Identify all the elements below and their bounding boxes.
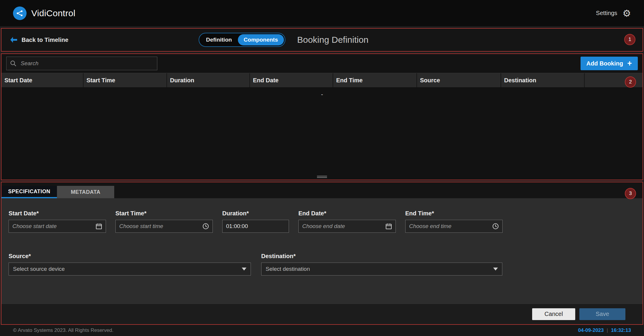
source-select[interactable]: Select source device: [9, 263, 251, 276]
specification-form: Start Date* Start Time*: [1, 198, 643, 304]
workflow-icon: [16, 9, 24, 17]
add-booking-button[interactable]: Add Booking +: [581, 57, 638, 70]
table-body: -: [1, 88, 643, 180]
app-title: VidiControl: [31, 8, 76, 18]
footer-separator: |: [607, 327, 608, 333]
annotation-marker-3: 3: [625, 188, 636, 199]
empty-table-placeholder: -: [321, 91, 323, 98]
toggle-definition[interactable]: Definition: [200, 34, 238, 45]
column-header-destination[interactable]: Destination: [501, 73, 585, 87]
detail-tabs: SPECIFICATION METADATA: [1, 186, 643, 198]
chevron-down-icon: [493, 268, 498, 271]
settings-button[interactable]: Settings: [596, 10, 617, 17]
back-to-timeline-button[interactable]: Back to Timeline: [10, 37, 68, 43]
destination-select-value: Select destination: [266, 266, 310, 272]
detail-panel-section: SPECIFICATION METADATA Start Date*: [1, 182, 643, 325]
end-time-input[interactable]: [405, 220, 503, 233]
calendar-icon[interactable]: [385, 223, 392, 230]
chevron-down-icon: [242, 268, 246, 271]
copyright-text: © Arvato Systems 2023. All Rights Reserv…: [13, 327, 113, 333]
start-date-label: Start Date*: [9, 210, 106, 217]
save-button[interactable]: Save: [579, 308, 625, 320]
start-time-input[interactable]: [115, 220, 213, 233]
app-logo: [13, 6, 27, 20]
form-actions-bar: Cancel Save: [1, 304, 643, 324]
panel-resize-handle[interactable]: [317, 175, 327, 179]
cancel-button[interactable]: Cancel: [532, 308, 575, 320]
footer-date: 04-09-2023: [578, 327, 604, 333]
plus-icon: +: [627, 60, 632, 68]
annotation-marker-1: 1: [624, 34, 635, 45]
gear-icon[interactable]: ⚙: [622, 9, 631, 18]
column-header-end-date[interactable]: End Date: [250, 73, 333, 87]
column-header-start-date[interactable]: Start Date: [1, 73, 84, 87]
clock-icon[interactable]: [492, 223, 499, 230]
search-box[interactable]: [6, 57, 157, 70]
top-bar: VidiControl Settings ⚙: [0, 0, 644, 26]
destination-label: Destination*: [261, 253, 502, 260]
add-booking-label: Add Booking: [586, 60, 623, 67]
booking-table-section: Add Booking + Start Date Start Time Dura…: [1, 53, 643, 180]
page-title: Booking Definition: [297, 35, 369, 45]
footer-bar: © Arvato Systems 2023. All Rights Reserv…: [0, 325, 644, 336]
end-time-label: End Time*: [405, 210, 503, 217]
toggle-components[interactable]: Components: [238, 34, 284, 45]
source-select-value: Select source device: [13, 266, 65, 272]
start-time-label: Start Time*: [115, 210, 213, 217]
duration-label: Duration*: [222, 210, 289, 217]
table-toolbar: Add Booking +: [1, 54, 643, 73]
start-date-input[interactable]: [9, 220, 106, 233]
column-header-end-time[interactable]: End Time: [333, 73, 417, 87]
column-header-source[interactable]: Source: [417, 73, 501, 87]
annotation-marker-2: 2: [625, 76, 636, 88]
calendar-icon[interactable]: [95, 223, 102, 230]
column-header-duration[interactable]: Duration: [167, 73, 250, 87]
tab-metadata[interactable]: METADATA: [57, 186, 114, 198]
source-label: Source*: [9, 253, 251, 260]
back-arrow-icon: [10, 37, 17, 43]
tab-specification[interactable]: SPECIFICATION: [1, 186, 57, 198]
end-date-input[interactable]: [298, 220, 396, 233]
back-to-timeline-label: Back to Timeline: [22, 37, 68, 43]
duration-input[interactable]: [222, 220, 289, 233]
clock-icon[interactable]: [202, 223, 209, 230]
view-mode-toggle: Definition Components: [199, 33, 285, 47]
column-header-start-time[interactable]: Start Time: [84, 73, 167, 87]
search-icon: [10, 60, 17, 67]
toolbar-section: Back to Timeline Definition Components B…: [1, 28, 643, 52]
destination-select[interactable]: Select destination: [261, 263, 502, 276]
end-date-label: End Date*: [298, 210, 396, 217]
footer-time: 16:32:13: [611, 327, 631, 333]
search-input[interactable]: [20, 60, 153, 67]
table-header-row: Start Date Start Time Duration End Date …: [1, 73, 643, 88]
